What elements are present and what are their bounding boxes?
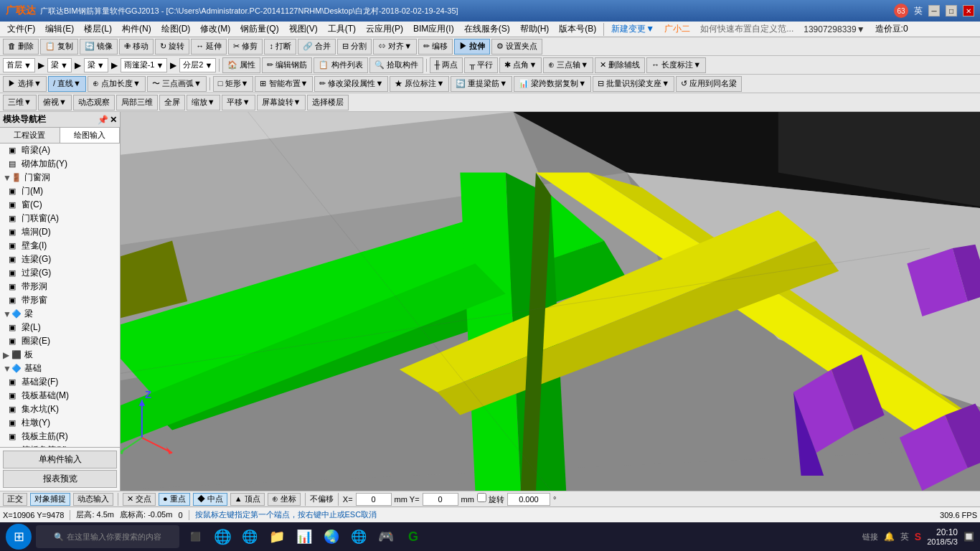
- search-bar[interactable]: 🔍 在这里输入你要搜索的内容: [36, 525, 179, 548]
- sogou-icon[interactable]: S: [915, 531, 921, 542]
- rect-button[interactable]: □ 矩形▼: [213, 76, 254, 92]
- menu-edit[interactable]: 编辑(E): [41, 22, 78, 37]
- tree-group-foundation[interactable]: ▼ 🔷基础: [0, 362, 120, 375]
- menu-phone[interactable]: 13907298339▼: [799, 23, 869, 36]
- midpoint-button[interactable]: ● 重点: [159, 493, 190, 506]
- zoom-button[interactable]: 缩放▼: [187, 95, 220, 110]
- app-icon1[interactable]: 🌏: [320, 525, 343, 548]
- tree-item-raft-foundation[interactable]: ▣筏板基础(M): [0, 389, 120, 402]
- modify-span-prop-button[interactable]: ✏ 修改梁段属性▼: [314, 76, 388, 92]
- fullscreen-button[interactable]: 全屏: [159, 95, 185, 110]
- viewport[interactable]: Z Y: [121, 112, 980, 491]
- floor-selector[interactable]: 首层 ▼: [3, 58, 35, 72]
- point-length-button[interactable]: ⊕ 点加长度▼: [88, 76, 146, 92]
- two-point-button[interactable]: ╫ 两点: [430, 57, 463, 73]
- tree-item-strip-window[interactable]: ▣带形窗: [0, 293, 120, 307]
- move-button[interactable]: ✙ 移动: [119, 39, 154, 55]
- orig-mark-button[interactable]: ★ 原位标注▼: [390, 76, 449, 92]
- menu-tools[interactable]: 工具(T): [324, 22, 360, 37]
- y-input[interactable]: [423, 493, 458, 506]
- edge-icon[interactable]: 🌐: [211, 525, 234, 548]
- parallel-button[interactable]: ╥ 平行: [464, 57, 498, 73]
- menu-new-change[interactable]: 新建变更▼: [607, 22, 659, 37]
- menu-guang-xiao[interactable]: 广小二: [660, 22, 694, 37]
- tree-item-masonry-rebar[interactable]: ▤砌体加筋(Y): [0, 157, 120, 171]
- tab-project-settings[interactable]: 工程设置: [0, 128, 60, 143]
- tree-item-beam-l[interactable]: ▣梁(L): [0, 321, 120, 334]
- tab-draw-input[interactable]: 绘图输入: [60, 128, 121, 143]
- component-list-button[interactable]: 📋 构件列表: [314, 57, 367, 73]
- length-mark-button[interactable]: ↔ 长度标注▼: [646, 57, 706, 73]
- tree-item-foundation-beam[interactable]: ▣基础梁(F): [0, 375, 120, 389]
- select-floor-button[interactable]: 选择楼层: [307, 95, 349, 110]
- tree-item-wall-hole[interactable]: ▣墙洞(D): [0, 225, 120, 239]
- break-button[interactable]: ↕ 打断: [264, 39, 296, 55]
- menu-file[interactable]: 文件(F): [3, 22, 39, 37]
- tree-item-window[interactable]: ▣窗(C): [0, 198, 120, 212]
- type2-selector[interactable]: 梁 ▼: [84, 58, 108, 72]
- three-axis-button[interactable]: ⊕ 三点轴▼: [543, 57, 593, 73]
- vertex-button[interactable]: ▲ 顶点: [230, 493, 265, 506]
- edit-rebar-button[interactable]: ✏ 编辑钢筋: [262, 57, 312, 73]
- pick-component-button[interactable]: 🔍 拾取构件: [369, 57, 423, 73]
- type1-selector[interactable]: 梁 ▼: [47, 58, 72, 72]
- re-pick-rebar-button[interactable]: 🔄 重提梁筋▼: [451, 76, 512, 92]
- center-button[interactable]: ◆ 中点: [193, 493, 227, 506]
- rotate-button[interactable]: ↻ 旋转: [155, 39, 189, 55]
- offset-button[interactable]: ✏ 编移: [418, 39, 453, 55]
- tree-item-ring-beam[interactable]: ▣圈梁(E): [0, 334, 120, 348]
- extend-button[interactable]: ↔ 延伸: [191, 39, 227, 55]
- notification-icon[interactable]: 🔔: [884, 532, 895, 542]
- menu-floor[interactable]: 楼层(L): [80, 22, 116, 37]
- intersection-button[interactable]: ✕ 交点: [123, 493, 156, 506]
- app-icon3[interactable]: 🎮: [374, 525, 397, 548]
- report-preview-button[interactable]: 报表预览: [3, 470, 117, 488]
- menu-bim[interactable]: BIM应用(I): [409, 22, 458, 37]
- coord-button[interactable]: ⊕ 坐标: [268, 493, 301, 506]
- trim-button[interactable]: ✂ 修剪: [228, 39, 263, 55]
- app-icon2[interactable]: 🌐: [347, 525, 370, 548]
- menu-online[interactable]: 在线服务(S): [460, 22, 514, 37]
- property-button[interactable]: 🏠 属性: [222, 57, 260, 73]
- pan-button[interactable]: 平移▼: [222, 95, 255, 110]
- tree-group-beam[interactable]: ▼ 🔷梁: [0, 307, 120, 321]
- smart-layout-button[interactable]: ⊞ 智能布置▼: [255, 76, 313, 92]
- menu-cloud[interactable]: 云应用(P): [362, 22, 407, 37]
- apply-same-name-button[interactable]: ↺ 应用到同名梁: [676, 76, 742, 92]
- tree-item-niche[interactable]: ▣壁龛(I): [0, 239, 120, 253]
- tree-item-over-beam[interactable]: ▣过梁(G): [0, 266, 120, 280]
- arc-button[interactable]: 〜 三点画弧▼: [147, 76, 207, 92]
- menu-version[interactable]: 版本号(B): [555, 22, 600, 37]
- minimize-button[interactable]: ─: [928, 5, 940, 17]
- start-button[interactable]: ⊞: [6, 524, 32, 550]
- point-angle-button[interactable]: ✱ 点角▼: [499, 57, 542, 73]
- local-3d-button[interactable]: 局部三维: [116, 95, 158, 110]
- tree-item-strip-hole[interactable]: ▣带形洞: [0, 280, 120, 293]
- tree-item-door[interactable]: ▣门(M): [0, 184, 120, 198]
- menu-help[interactable]: 帮助(H): [516, 22, 554, 37]
- dynamic-observe-button[interactable]: 动态观察: [73, 95, 115, 110]
- align-button[interactable]: ⇔ 对齐▼: [373, 39, 417, 55]
- task-view-icon[interactable]: ⬛: [184, 525, 207, 548]
- tree-item-door-window-combo[interactable]: ▣门联窗(A): [0, 212, 120, 225]
- x-input[interactable]: [356, 493, 392, 506]
- menu-modify[interactable]: 修改(M): [196, 22, 235, 37]
- layer-selector[interactable]: 分层2 ▼: [179, 58, 216, 72]
- menu-component[interactable]: 构件(N): [118, 22, 156, 37]
- maximize-button[interactable]: □: [946, 5, 957, 17]
- span-data-copy-button[interactable]: 📊 梁跨数据复制▼: [514, 76, 591, 92]
- menu-draw[interactable]: 绘图(D): [157, 22, 195, 37]
- tree-group-door-window[interactable]: ▼ 🚪门窗洞: [0, 171, 120, 184]
- tree-item-dark-beam[interactable]: ▣暗梁(A): [0, 143, 120, 157]
- tree-item-coupling-beam[interactable]: ▣连梁(G): [0, 253, 120, 266]
- menu-pricing-bean[interactable]: 造价豆:0: [871, 22, 913, 37]
- delete-aux-button[interactable]: ✕ 删除辅线: [595, 57, 645, 73]
- excel-icon[interactable]: 📊: [293, 525, 316, 548]
- tree-item-column-pier[interactable]: ▣柱墩(Y): [0, 416, 120, 430]
- select-button[interactable]: ▶ 选择▼: [3, 76, 47, 92]
- line-button[interactable]: / 直线▼: [48, 76, 86, 92]
- menu-rebar-qty[interactable]: 钢筋量(Q): [236, 22, 283, 37]
- tree-item-sump[interactable]: ▣集水坑(K): [0, 402, 120, 416]
- menu-view[interactable]: 视图(V): [285, 22, 322, 37]
- screen-rotate-button[interactable]: 屏幕旋转▼: [257, 95, 306, 110]
